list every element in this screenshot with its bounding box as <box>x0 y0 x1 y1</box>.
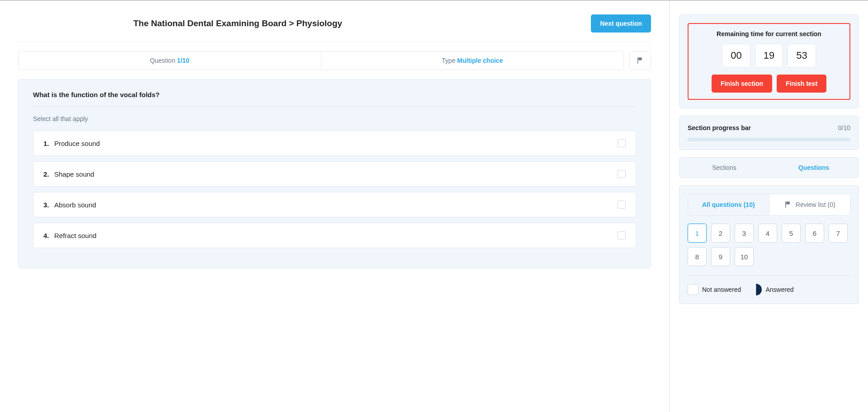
question-info-box: Question 1/10 Type Multiple choice <box>18 51 624 70</box>
option-text: Shape sound <box>54 170 618 178</box>
legend-half-icon <box>750 284 762 295</box>
question-text: What is the function of the vocal folds? <box>33 91 636 107</box>
question-label: Question <box>150 57 177 64</box>
option-text: Refract sound <box>54 232 618 239</box>
question-nav-2[interactable]: 2 <box>711 224 730 243</box>
question-nav-9[interactable]: 9 <box>711 247 730 266</box>
timer-card: Remaining time for current section 00 19… <box>679 14 859 108</box>
legend-not-answered: Not answered <box>688 284 741 295</box>
subtab-review-list[interactable]: Review list (0) <box>769 194 850 215</box>
question-counter: Question 1/10 <box>19 52 321 70</box>
page-title: The National Dental Examining Board > Ph… <box>133 19 342 28</box>
question-nav-7[interactable]: 7 <box>829 224 848 243</box>
question-nav-4[interactable]: 4 <box>758 224 777 243</box>
timer-seconds: 53 <box>788 44 816 67</box>
option-checkbox[interactable] <box>618 201 626 209</box>
questions-nav-card: All questions (10) Review list (0) 12345… <box>679 185 859 304</box>
question-panel: What is the function of the vocal folds?… <box>18 79 651 268</box>
answer-option[interactable]: 4.Refract sound <box>33 223 636 248</box>
question-nav-5[interactable]: 5 <box>782 224 801 243</box>
flag-question-button[interactable] <box>629 51 651 70</box>
timer-minutes: 19 <box>755 44 783 67</box>
subtab-all-questions[interactable]: All questions (10) <box>688 194 769 215</box>
question-nav-8[interactable]: 8 <box>688 247 707 266</box>
subtab-review-label: Review list (0) <box>796 201 835 208</box>
question-nav-10[interactable]: 10 <box>735 247 754 266</box>
progress-count: 0/10 <box>838 124 850 131</box>
question-type: Type Multiple choice <box>321 52 624 70</box>
question-count: 1/10 <box>177 57 189 64</box>
legend-box-empty <box>688 284 698 295</box>
answer-option[interactable]: 3.Absorb sound <box>33 192 636 217</box>
tab-sections[interactable]: Sections <box>679 158 769 178</box>
timer-title: Remaining time for current section <box>695 30 843 37</box>
legend-answered-label: Answered <box>765 286 793 293</box>
tab-questions[interactable]: Questions <box>769 158 859 178</box>
timer-hours: 00 <box>722 44 750 67</box>
progress-label: Section progress bar <box>688 124 751 131</box>
question-instruction: Select all that apply <box>33 115 636 122</box>
option-checkbox[interactable] <box>618 231 626 239</box>
option-text: Absorb sound <box>54 201 618 209</box>
next-question-button[interactable]: Next question <box>591 14 651 33</box>
flag-icon <box>636 56 644 65</box>
type-label: Type <box>442 57 457 64</box>
answer-option[interactable]: 1.Produce sound <box>33 131 636 156</box>
question-nav-6[interactable]: 6 <box>805 224 824 243</box>
option-number: 2. <box>43 170 54 178</box>
flag-icon <box>784 201 792 209</box>
progress-card: Section progress bar 0/10 <box>679 116 859 150</box>
option-checkbox[interactable] <box>618 139 626 147</box>
option-text: Produce sound <box>54 140 618 147</box>
nav-tabs-card: Sections Questions <box>679 157 859 178</box>
finish-section-button[interactable]: Finish section <box>712 75 772 93</box>
finish-test-button[interactable]: Finish test <box>777 75 826 93</box>
option-number: 3. <box>43 201 54 209</box>
progress-bar <box>688 138 850 141</box>
option-number: 4. <box>43 232 54 239</box>
answer-option[interactable]: 2.Shape sound <box>33 161 636 187</box>
legend-not-answered-label: Not answered <box>702 286 741 293</box>
legend-answered: Answered <box>750 284 793 295</box>
option-number: 1. <box>43 140 54 147</box>
question-nav-3[interactable]: 3 <box>735 224 754 243</box>
question-nav-1[interactable]: 1 <box>688 224 707 243</box>
type-value: Multiple choice <box>457 57 503 64</box>
option-checkbox[interactable] <box>618 170 626 178</box>
